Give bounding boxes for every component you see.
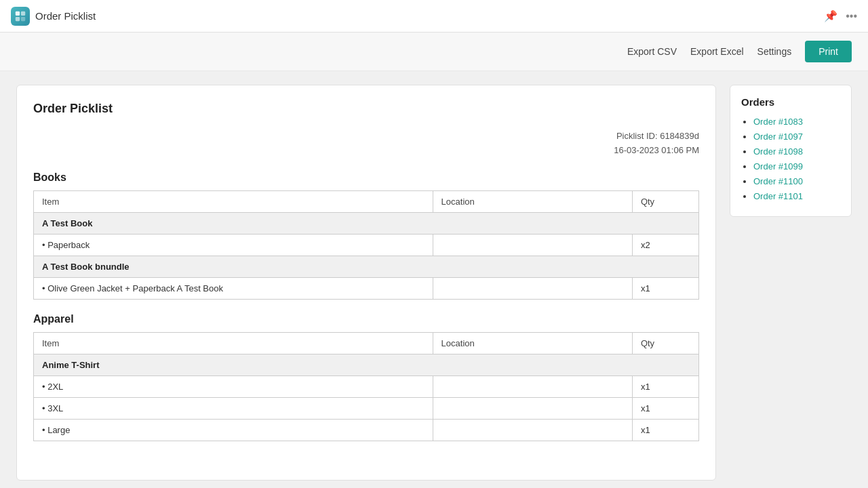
books-col-location: Location [433, 190, 632, 212]
table-row: Anime T-Shirt [34, 354, 699, 375]
export-excel-button[interactable]: Export Excel [690, 46, 744, 57]
picklist-datetime: 16-03-2023 01:06 PM [33, 144, 699, 158]
top-bar: Order Picklist 📌 ••• [0, 0, 868, 33]
books-col-qty: Qty [632, 190, 698, 212]
qty-2xl: x1 [632, 375, 698, 397]
list-item: Order #1099 [753, 161, 840, 171]
page-title: Order Picklist [33, 102, 699, 116]
pin-icon[interactable]: 📌 [824, 9, 837, 22]
location-bundle [433, 277, 632, 299]
location-2xl [433, 375, 632, 397]
app-title: Order Picklist [35, 10, 96, 22]
picklist-id: Picklist ID: 6184839d [33, 129, 699, 144]
group-name-a-test-book-bnundle: A Test Book bnundle [34, 256, 699, 277]
location-paperback [433, 234, 632, 256]
more-icon[interactable]: ••• [846, 10, 857, 22]
qty-paperback: x2 [632, 234, 698, 256]
toolbar: Export CSV Export Excel Settings Print [0, 33, 868, 71]
orders-sidebar: Orders Order #1083 Order #1097 Order #10… [730, 85, 852, 217]
top-bar-left: Order Picklist [11, 7, 96, 26]
location-large [433, 419, 632, 441]
main-layout: Order Picklist Picklist ID: 6184839d 16-… [0, 71, 868, 488]
books-table: Item Location Qty A Test Book • Paperbac… [33, 190, 699, 300]
export-csv-button[interactable]: Export CSV [627, 46, 677, 57]
svg-rect-0 [16, 11, 20, 15]
section-heading-apparel: Apparel [33, 313, 699, 325]
order-1099-link[interactable]: Order #1099 [753, 161, 803, 171]
sidebar-title: Orders [741, 96, 840, 108]
content-area: Order Picklist Picklist ID: 6184839d 16-… [16, 85, 716, 481]
item-2xl: • 2XL [34, 375, 433, 397]
qty-large: x1 [632, 419, 698, 441]
apparel-table: Item Location Qty Anime T-Shirt • 2XL x1… [33, 332, 699, 441]
table-row: • 2XL x1 [34, 375, 699, 397]
order-1097-link[interactable]: Order #1097 [753, 131, 803, 142]
order-1083-link[interactable]: Order #1083 [753, 117, 803, 127]
orders-list: Order #1083 Order #1097 Order #1098 Orde… [741, 116, 840, 201]
order-1098-link[interactable]: Order #1098 [753, 146, 803, 157]
group-name-a-test-book: A Test Book [34, 212, 699, 234]
settings-button[interactable]: Settings [757, 46, 792, 57]
print-button[interactable]: Print [805, 41, 852, 62]
table-row: A Test Book [34, 212, 699, 234]
apparel-col-item: Item [34, 332, 433, 354]
svg-rect-3 [21, 16, 25, 20]
table-row: A Test Book bnundle [34, 256, 699, 277]
app-logo [11, 7, 30, 26]
apparel-col-qty: Qty [632, 332, 698, 354]
table-row: • Olive Green Jacket + Paperback A Test … [34, 277, 699, 299]
group-name-anime-tshirt: Anime T-Shirt [34, 354, 699, 375]
item-bundle: • Olive Green Jacket + Paperback A Test … [34, 277, 433, 299]
table-row: • 3XL x1 [34, 397, 699, 419]
apparel-col-location: Location [433, 332, 632, 354]
books-col-item: Item [34, 190, 433, 212]
picklist-header: Picklist ID: 6184839d 16-03-2023 01:06 P… [33, 129, 699, 158]
item-large: • Large [34, 419, 433, 441]
list-item: Order #1098 [753, 146, 840, 157]
table-row: • Paperback x2 [34, 234, 699, 256]
item-3xl: • 3XL [34, 397, 433, 419]
table-row: • Large x1 [34, 419, 699, 441]
order-1101-link[interactable]: Order #1101 [753, 191, 803, 201]
qty-3xl: x1 [632, 397, 698, 419]
qty-bundle: x1 [632, 277, 698, 299]
svg-rect-1 [21, 11, 25, 15]
item-paperback: • Paperback [34, 234, 433, 256]
list-item: Order #1083 [753, 116, 840, 127]
svg-rect-2 [16, 16, 20, 20]
section-heading-books: Books [33, 171, 699, 184]
order-1100-link[interactable]: Order #1100 [753, 176, 803, 186]
list-item: Order #1097 [753, 131, 840, 142]
list-item: Order #1100 [753, 176, 840, 186]
location-3xl [433, 397, 632, 419]
top-bar-right: 📌 ••• [824, 9, 857, 22]
list-item: Order #1101 [753, 190, 840, 201]
